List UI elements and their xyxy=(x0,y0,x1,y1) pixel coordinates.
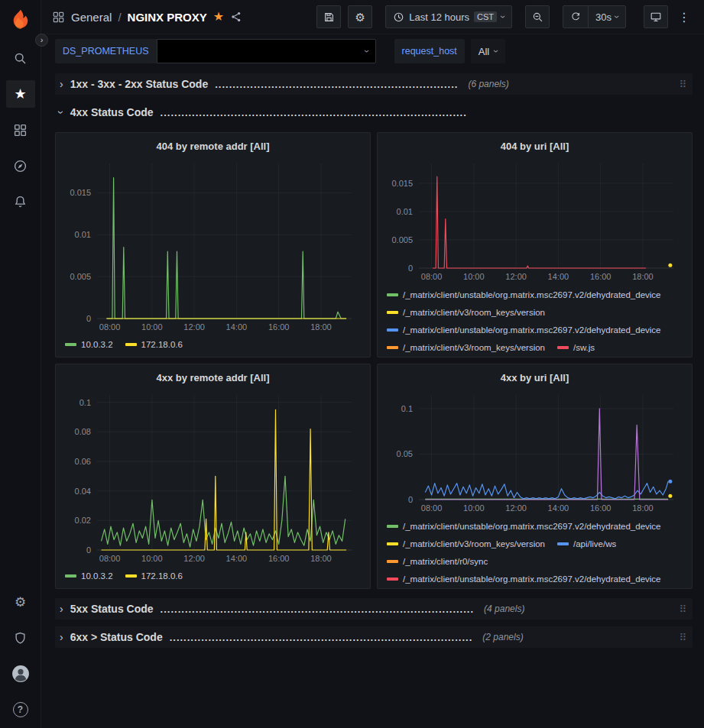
svg-text:08:00: 08:00 xyxy=(99,554,121,563)
legend-series-label: /_matrix/client/unstable/org.matrix.msc2… xyxy=(403,325,661,335)
request-host-variable-label: request_host xyxy=(394,39,465,63)
dashboard-settings-button[interactable]: ⚙ xyxy=(348,5,372,28)
sidebar-expand-button[interactable]: › xyxy=(35,34,48,47)
legend-item[interactable]: 172.18.0.6 xyxy=(125,571,183,581)
grafana-logo[interactable] xyxy=(8,8,33,32)
timezone-badge: CST xyxy=(474,11,497,22)
datasource-variable-label: DS_PROMETHEUS xyxy=(55,39,157,63)
refresh-button[interactable] xyxy=(563,6,588,28)
legend-item[interactable]: 10.0.3.2 xyxy=(65,340,113,349)
dashboards-grid-icon xyxy=(13,123,28,138)
svg-text:0.04: 0.04 xyxy=(75,487,91,496)
legend-row: /_matrix/client/v3/room_keys/version/api… xyxy=(387,535,683,552)
legend-series-marker xyxy=(65,574,76,578)
legend-item[interactable]: /_matrix/client/v3/room_keys/version xyxy=(387,343,545,352)
sidebar-bottom-nav: ⚙ ? xyxy=(6,588,35,723)
svg-text:0.1: 0.1 xyxy=(401,404,413,413)
legend-row: /_matrix/client/unstable/org.matrix.msc2… xyxy=(387,517,683,535)
legend-series-label: /_matrix/client/v3/room_keys/version xyxy=(403,343,545,352)
dashboard-body: › 1xx - 3xx - 2xx Status Code ..........… xyxy=(41,68,704,728)
breadcrumb: General / NGINX PROXY ★ xyxy=(52,11,242,24)
monitor-icon xyxy=(650,11,662,23)
timeseries-chart[interactable]: 00.050.108:0010:0012:0014:0016:0018:00 xyxy=(384,387,686,515)
row-drag-handle-icon[interactable]: ⠿ xyxy=(679,79,686,90)
refresh-interval-select[interactable]: 30s › xyxy=(588,6,625,28)
row-title: 1xx - 3xx - 2xx Status Code xyxy=(70,78,209,90)
panel-title[interactable]: 404 by uri [All] xyxy=(384,138,686,156)
apps-grid-icon xyxy=(52,11,65,24)
legend-item[interactable]: /_matrix/client/v3/room_keys/version xyxy=(387,308,545,317)
row-header-4xx[interactable]: › 4xx Status Code ......................… xyxy=(55,102,693,123)
legend-item[interactable]: 10.0.3.2 xyxy=(65,571,113,581)
legend-row: /_matrix/client/v3/room_keys/version xyxy=(387,303,683,321)
legend-series-marker xyxy=(65,343,76,346)
sidebar-item-explore[interactable] xyxy=(6,152,35,180)
legend-series-marker xyxy=(125,343,137,346)
legend-row: 10.0.3.2172.18.0.6 xyxy=(65,568,361,584)
legend-row: /_matrix/client/unstable/org.matrix.msc2… xyxy=(387,570,683,584)
legend-item[interactable]: 172.18.0.6 xyxy=(125,340,183,349)
legend-item[interactable]: /_matrix/client/v3/room_keys/version xyxy=(387,539,545,548)
row-header-6xx[interactable]: › 6xx > Status Code ....................… xyxy=(55,626,693,648)
legend-item[interactable]: /_matrix/client/unstable/org.matrix.msc2… xyxy=(387,325,661,335)
request-host-variable-value: All xyxy=(479,46,489,57)
svg-text:16:00: 16:00 xyxy=(268,554,290,563)
chart-legend[interactable]: /_matrix/client/unstable/org.matrix.msc2… xyxy=(384,515,686,584)
favorite-star-button[interactable]: ★ xyxy=(213,11,224,23)
row-drag-handle-icon[interactable]: ⠿ xyxy=(679,603,686,615)
row-drag-handle-icon[interactable]: ⠿ xyxy=(679,632,686,643)
legend-item[interactable]: /_matrix/client/r0/sync xyxy=(387,557,488,566)
chevron-right-icon: › xyxy=(60,603,63,614)
legend-item[interactable]: /_matrix/client/unstable/org.matrix.msc2… xyxy=(387,290,661,299)
sidebar-item-starred[interactable]: ★ xyxy=(6,80,35,108)
sidebar-item-help[interactable]: ? xyxy=(6,696,35,723)
avatar xyxy=(11,665,30,683)
sidebar-item-server-admin[interactable] xyxy=(6,624,35,652)
sidebar-item-configuration[interactable]: ⚙ xyxy=(6,588,35,616)
row-title-dots: ........................................… xyxy=(170,632,473,643)
panel-title[interactable]: 4xx by uri [All] xyxy=(384,369,686,387)
row-header-1xx-3xx-2xx[interactable]: › 1xx - 3xx - 2xx Status Code ..........… xyxy=(55,73,693,95)
share-button[interactable] xyxy=(230,11,242,23)
row-title-dots: ........................................… xyxy=(161,107,467,118)
tv-mode-button[interactable] xyxy=(644,5,668,28)
legend-series-marker xyxy=(387,328,398,332)
breadcrumb-section[interactable]: General xyxy=(71,11,112,24)
shield-icon xyxy=(13,631,28,645)
legend-item[interactable]: /_matrix/client/unstable/org.matrix.msc2… xyxy=(387,574,661,584)
svg-text:0: 0 xyxy=(86,545,91,555)
svg-text:16:00: 16:00 xyxy=(268,322,290,332)
sidebar-item-alerting[interactable] xyxy=(6,188,35,215)
panel-title[interactable]: 4xx by remote addr [All] xyxy=(62,369,364,387)
grafana-app: ★ xyxy=(0,0,704,728)
legend-item[interactable]: /sw.js xyxy=(557,343,595,352)
legend-item[interactable]: /api/live/ws xyxy=(557,539,616,548)
svg-text:14:00: 14:00 xyxy=(548,503,569,513)
time-range-picker[interactable]: Last 12 hours CST › xyxy=(385,5,512,28)
save-dashboard-button[interactable] xyxy=(316,5,341,28)
legend-row: /_matrix/client/v3/room_keys/version/sw.… xyxy=(387,338,683,352)
chart-legend: 10.0.3.2172.18.0.6 xyxy=(62,334,364,352)
more-options-button[interactable]: ⋮ xyxy=(675,10,693,24)
legend-item[interactable]: /_matrix/client/unstable/org.matrix.msc2… xyxy=(387,522,661,531)
datasource-variable-select[interactable]: › xyxy=(157,39,376,63)
sidebar-item-profile[interactable] xyxy=(6,660,35,688)
legend-row: /_matrix/client/r0/sync xyxy=(387,552,683,570)
legend-row: /_matrix/client/unstable/org.matrix.msc2… xyxy=(387,321,683,338)
svg-text:0.01: 0.01 xyxy=(75,230,91,239)
timeseries-chart[interactable]: 00.020.040.060.080.108:0010:0012:0014:00… xyxy=(62,387,364,565)
legend-series-marker xyxy=(387,542,398,545)
sidebar-item-dashboards[interactable] xyxy=(6,116,35,144)
chart-legend[interactable]: /_matrix/client/unstable/org.matrix.msc2… xyxy=(384,283,686,352)
timeseries-chart[interactable]: 00.0050.010.01508:0010:0012:0014:0016:00… xyxy=(384,156,686,283)
clock-icon xyxy=(393,11,404,23)
sidebar-item-search[interactable] xyxy=(6,44,35,72)
legend-series-marker xyxy=(125,574,137,578)
svg-text:0.01: 0.01 xyxy=(397,207,413,216)
chevron-right-icon: › xyxy=(60,79,63,89)
row-header-5xx[interactable]: › 5xx Status Code ......................… xyxy=(55,598,693,620)
timeseries-chart[interactable]: 00.0050.010.01508:0010:0012:0014:0016:00… xyxy=(62,156,364,334)
panel-title[interactable]: 404 by remote addr [All] xyxy=(62,138,364,156)
request-host-variable-select[interactable]: All › xyxy=(471,39,505,63)
zoom-out-button[interactable] xyxy=(525,5,550,28)
